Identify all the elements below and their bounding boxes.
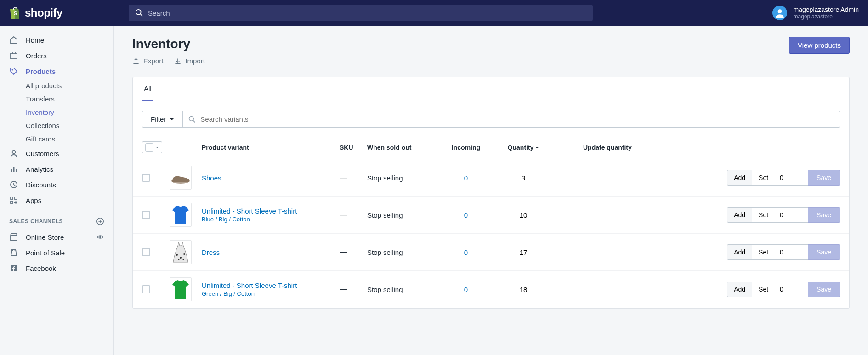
add-button[interactable]: Add <box>727 207 752 223</box>
import-link[interactable]: Import <box>174 57 205 65</box>
inventory-card: All Filter <box>132 77 850 309</box>
save-button[interactable]: Save <box>808 207 840 223</box>
quantity-input[interactable] <box>775 207 808 223</box>
product-thumbnail[interactable] <box>170 203 192 227</box>
set-button[interactable]: Set <box>752 282 775 297</box>
row-checkbox[interactable] <box>142 211 150 219</box>
user-menu[interactable]: mageplazastore Admin mageplazastore <box>772 6 859 20</box>
svg-rect-8 <box>13 167 15 172</box>
quantity-input[interactable] <box>775 244 808 260</box>
incoming-link[interactable]: 0 <box>441 286 491 293</box>
select-all-checkbox[interactable] <box>142 141 162 153</box>
eye-icon[interactable] <box>96 233 104 241</box>
nav-online-store[interactable]: Online Store <box>0 229 113 245</box>
product-thumbnail[interactable] <box>170 277 192 301</box>
app-header: S shopify mageplazastore Admin mageplaza… <box>0 0 868 26</box>
nav-facebook[interactable]: Facebook <box>0 260 113 276</box>
variant-link[interactable]: Blue / Big / Cotton <box>202 216 340 223</box>
caret-down-icon <box>170 117 174 122</box>
global-search[interactable] <box>129 5 593 21</box>
set-button[interactable]: Set <box>752 244 775 260</box>
variant-search-input[interactable] <box>200 115 834 123</box>
main-content: Inventory Export Import View products Al… <box>114 26 868 355</box>
export-link[interactable]: Export <box>132 57 163 65</box>
nav-orders[interactable]: Orders <box>0 48 113 63</box>
sku-value: — <box>340 285 367 293</box>
sold-out-value: Stop selling <box>367 211 441 219</box>
nav-transfers[interactable]: Transfers <box>26 92 113 106</box>
product-thumbnail[interactable] <box>170 166 192 190</box>
row-checkbox[interactable] <box>142 285 150 293</box>
add-channel-icon[interactable] <box>96 217 104 225</box>
facebook-icon <box>9 264 18 273</box>
svg-rect-7 <box>11 169 12 172</box>
nav-collections[interactable]: Collections <box>26 119 113 132</box>
tag-icon <box>9 67 18 76</box>
product-link[interactable]: Shoes <box>202 174 340 182</box>
quantity-value: 17 <box>491 248 556 256</box>
user-icon <box>775 8 785 18</box>
table-row: Unlimited - Short Sleeve T-shirt Blue / … <box>133 197 849 234</box>
svg-point-23 <box>178 259 180 260</box>
set-button[interactable]: Set <box>752 170 775 186</box>
logo-text: shopify <box>25 6 62 19</box>
sku-value: — <box>340 174 367 182</box>
product-link[interactable]: Unlimited - Short Sleeve T-shirt <box>202 282 340 289</box>
save-button[interactable]: Save <box>808 170 840 186</box>
sku-value: — <box>340 211 367 219</box>
svg-rect-12 <box>15 197 17 199</box>
quantity-input[interactable] <box>775 282 808 297</box>
incoming-link[interactable]: 0 <box>441 174 491 182</box>
sold-out-value: Stop selling <box>367 174 441 182</box>
nav-customers[interactable]: Customers <box>0 146 113 161</box>
incoming-link[interactable]: 0 <box>441 248 491 256</box>
logo[interactable]: S shopify <box>9 6 115 20</box>
svg-point-6 <box>12 151 16 154</box>
search-input[interactable] <box>148 9 586 17</box>
nav-discounts[interactable]: Discounts <box>0 177 113 192</box>
nav-gift-cards[interactable]: Gift cards <box>26 132 113 146</box>
sort-asc-icon <box>535 146 539 149</box>
search-icon <box>135 9 143 17</box>
nav-pos[interactable]: Point of Sale <box>0 245 113 260</box>
nav-inventory[interactable]: Inventory <box>26 106 113 119</box>
variant-link[interactable]: Green / Big / Cotton <box>202 290 340 297</box>
product-thumbnail[interactable] <box>170 240 192 264</box>
save-button[interactable]: Save <box>808 282 840 297</box>
nav-all-products[interactable]: All products <box>26 79 113 92</box>
svg-point-20 <box>176 254 178 256</box>
svg-point-22 <box>183 253 185 255</box>
caret-down-icon <box>155 146 159 149</box>
sales-channels-header: SALES CHANNELS <box>0 208 113 229</box>
sold-out-value: Stop selling <box>367 286 441 293</box>
quantity-input[interactable] <box>775 170 808 186</box>
import-icon <box>174 57 182 65</box>
incoming-link[interactable]: 0 <box>441 211 491 219</box>
page-title: Inventory <box>132 37 205 51</box>
tab-all[interactable]: All <box>142 77 153 101</box>
add-button[interactable]: Add <box>727 244 752 260</box>
nav-analytics[interactable]: Analytics <box>0 161 113 177</box>
nav-home[interactable]: Home <box>0 32 113 48</box>
product-link[interactable]: Dress <box>202 248 340 256</box>
row-checkbox[interactable] <box>142 174 150 182</box>
table-header: Product variant SKU When sold out Incomi… <box>133 136 849 159</box>
view-products-button[interactable]: View products <box>789 37 850 54</box>
add-button[interactable]: Add <box>727 170 752 186</box>
sidebar: Home Orders Products All products Transf… <box>0 26 114 355</box>
svg-point-3 <box>777 9 782 13</box>
svg-rect-4 <box>11 53 17 59</box>
discounts-icon <box>9 180 18 189</box>
row-checkbox[interactable] <box>142 248 150 256</box>
avatar <box>772 6 787 20</box>
nav-products[interactable]: Products <box>0 63 113 79</box>
sku-value: — <box>340 248 367 256</box>
product-link[interactable]: Unlimited - Short Sleeve T-shirt <box>202 207 340 215</box>
add-button[interactable]: Add <box>727 282 752 297</box>
set-button[interactable]: Set <box>752 207 775 223</box>
quantity-sort[interactable]: Quantity <box>491 144 556 151</box>
table-row: Dress — Stop selling 0 17 Add Set Save <box>133 234 849 271</box>
nav-apps[interactable]: Apps <box>0 192 113 208</box>
save-button[interactable]: Save <box>808 244 840 260</box>
filter-button[interactable]: Filter <box>142 111 183 127</box>
